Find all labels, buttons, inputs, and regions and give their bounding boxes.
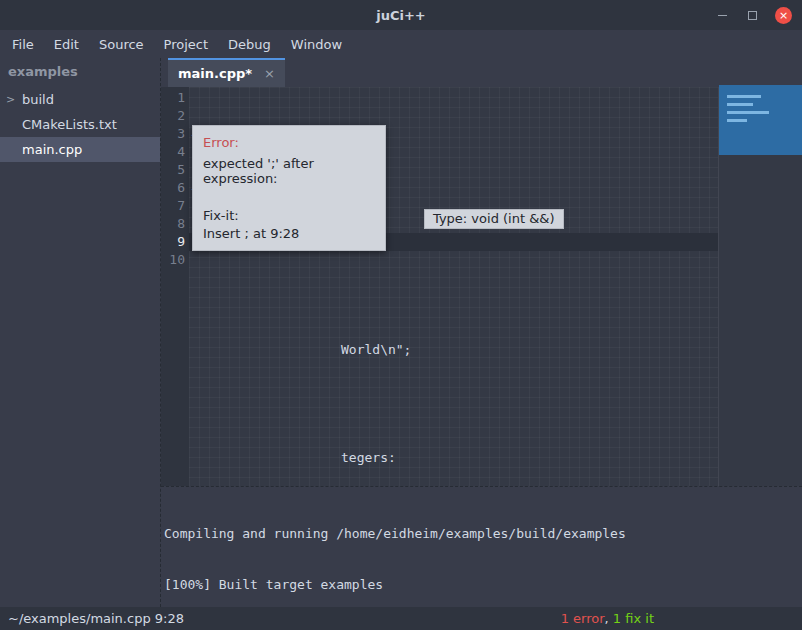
fixit-action: Insert ; at 9:28 bbox=[203, 226, 375, 241]
line-number: 4 bbox=[161, 143, 185, 161]
line-number: 1 bbox=[161, 89, 185, 107]
menu-edit[interactable]: Edit bbox=[44, 33, 89, 56]
menu-window[interactable]: Window bbox=[281, 33, 352, 56]
maximize-icon bbox=[748, 11, 757, 20]
menu-source[interactable]: Source bbox=[89, 33, 154, 56]
tree-item-label: build bbox=[22, 92, 54, 107]
menu-debug[interactable]: Debug bbox=[218, 33, 281, 56]
output-panel[interactable]: Compiling and running /home/eidheim/exam… bbox=[161, 487, 802, 607]
line-number: 5 bbox=[161, 161, 185, 179]
project-name: examples bbox=[0, 58, 160, 87]
line-number-current: 9 bbox=[161, 233, 185, 251]
tabbar: main.cpp* × bbox=[161, 58, 802, 87]
preview-line bbox=[727, 95, 761, 98]
line-number-gutter: 1 2 3 4 5 6 7 8 9 10 bbox=[161, 87, 189, 486]
maximize-button[interactable] bbox=[745, 8, 759, 22]
chevron-right-icon: > bbox=[6, 93, 22, 106]
fixit-label: Fix-it: bbox=[203, 208, 375, 223]
status-error-count: 1 error bbox=[561, 611, 605, 626]
preview-line bbox=[727, 119, 747, 122]
code-line-5: World\n"; bbox=[192, 341, 411, 359]
minimize-button[interactable] bbox=[715, 8, 729, 22]
output-line: [100%] Built target examples bbox=[164, 576, 799, 593]
tree-item-label: CMakeLists.txt bbox=[22, 117, 117, 132]
menubar: File Edit Source Project Debug Window bbox=[0, 30, 802, 58]
line-number: 3 bbox=[161, 125, 185, 143]
diagnostic-tooltip: Error: expected ';' after expression: Fi… bbox=[192, 125, 386, 251]
menu-file[interactable]: File bbox=[2, 33, 44, 56]
diagnostic-message: expected ';' after expression: bbox=[203, 156, 375, 186]
preview-panel bbox=[719, 85, 802, 155]
titlebar: juCi++ × bbox=[0, 0, 802, 30]
line-number: 8 bbox=[161, 215, 185, 233]
code-fragment: World\n"; bbox=[341, 342, 411, 357]
status-location: ~/examples/main.cpp 9:28 bbox=[8, 611, 184, 626]
minimize-icon bbox=[718, 15, 727, 16]
tree-item-label: main.cpp bbox=[22, 142, 82, 157]
preview-line bbox=[727, 103, 753, 106]
statusbar: ~/examples/main.cpp 9:28 1 error , 1 fix… bbox=[0, 607, 802, 630]
tree-item-cmakelists[interactable]: CMakeLists.txt bbox=[0, 112, 160, 137]
close-icon: × bbox=[779, 10, 788, 21]
type-tooltip-text: Type: void (int &&) bbox=[433, 211, 555, 226]
file-tree-panel: examples > build CMakeLists.txt main.cpp bbox=[0, 58, 160, 607]
window-title: juCi++ bbox=[376, 8, 426, 23]
status-separator: , bbox=[605, 611, 613, 626]
close-button[interactable]: × bbox=[775, 7, 792, 24]
status-diagnostics: 1 error , 1 fix it bbox=[561, 611, 654, 626]
output-line: Compiling and running /home/eidheim/exam… bbox=[164, 525, 799, 542]
menu-project[interactable]: Project bbox=[154, 33, 218, 56]
code-fragment: tegers: bbox=[341, 450, 396, 465]
tree-item-main-cpp[interactable]: main.cpp bbox=[0, 137, 160, 162]
tree-item-build[interactable]: > build bbox=[0, 87, 160, 112]
tab-main-cpp[interactable]: main.cpp* × bbox=[168, 58, 285, 87]
line-number: 6 bbox=[161, 179, 185, 197]
type-tooltip: Type: void (int &&) bbox=[424, 209, 564, 229]
tab-close-icon[interactable]: × bbox=[264, 66, 275, 81]
app-window: juCi++ × File Edit Source Project Debug … bbox=[0, 0, 802, 630]
status-fixit-count: 1 fix it bbox=[613, 611, 654, 626]
window-controls: × bbox=[715, 0, 792, 30]
code-line-4 bbox=[192, 287, 411, 305]
line-number: 7 bbox=[161, 197, 185, 215]
code-line-6 bbox=[192, 395, 411, 413]
diagnostic-severity: Error: bbox=[203, 135, 375, 150]
line-number: 10 bbox=[161, 251, 185, 269]
preview-line bbox=[727, 111, 769, 114]
line-number: 2 bbox=[161, 107, 185, 125]
tab-label: main.cpp* bbox=[178, 66, 252, 81]
code-line-7: tegers: bbox=[192, 449, 411, 467]
